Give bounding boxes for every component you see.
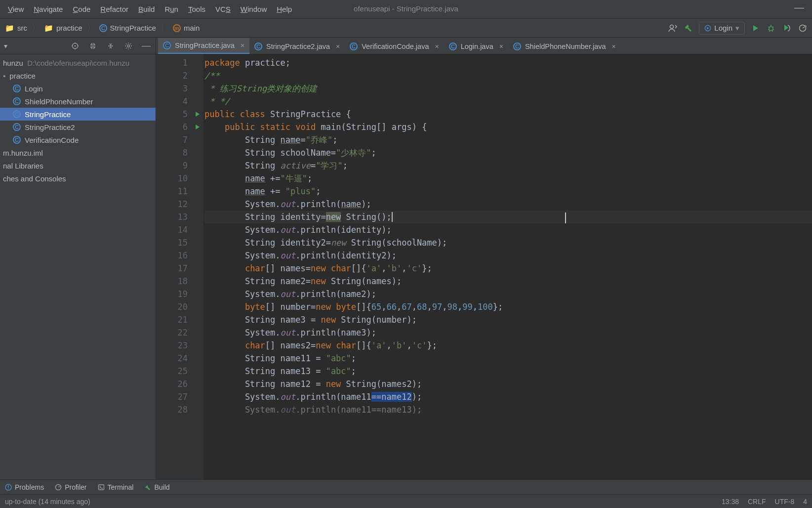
- breadcrumb-item[interactable]: 📁src: [3, 23, 29, 34]
- menu-build[interactable]: Build: [133, 3, 160, 15]
- tree-item[interactable]: ches and Consoles: [0, 172, 156, 185]
- run-coverage-icon[interactable]: [781, 23, 792, 34]
- status-encoding[interactable]: UTF-8: [775, 498, 795, 506]
- breadcrumb-separator: 〉: [161, 24, 168, 33]
- breadcrumb-item[interactable]: CStringPractice: [97, 23, 158, 33]
- code-line[interactable]: String identity=new String();: [204, 211, 812, 223]
- svg-text:C: C: [451, 43, 455, 49]
- menu-vcs[interactable]: VCS: [210, 3, 236, 15]
- code-line[interactable]: char[] names2=new char[]{'a','b','c'};: [204, 339, 812, 352]
- tree-item-stringpractice[interactable]: CStringPractice: [0, 108, 156, 121]
- code-line[interactable]: System.out.println(identity);: [204, 223, 812, 236]
- run-config-selector[interactable]: Login ▾: [699, 22, 745, 35]
- code-line[interactable]: name +="牛逼";: [204, 172, 812, 185]
- window-minimize-button[interactable]: —: [793, 5, 805, 10]
- close-icon[interactable]: ×: [612, 42, 616, 50]
- code-line[interactable]: String name="乔峰";: [204, 133, 812, 146]
- tree-item-shieldphonenumber[interactable]: CShieldPhoneNumber: [0, 95, 156, 108]
- nav-bar: 📁src〉📁practice〉CStringPractice〉mmain Log…: [0, 19, 812, 38]
- code-line[interactable]: public static void main(String[] args) {: [204, 121, 812, 133]
- select-opened-file-icon[interactable]: [70, 41, 81, 51]
- menu-tools[interactable]: Tools: [183, 3, 210, 15]
- chevron-down-icon[interactable]: ▾: [4, 42, 7, 50]
- status-caret[interactable]: 13:38: [722, 498, 739, 506]
- code-line[interactable]: String name2=new String(names);: [204, 275, 812, 288]
- code-line[interactable]: public class StringPractice {: [204, 108, 812, 121]
- menu-window[interactable]: Window: [236, 3, 272, 15]
- expand-all-icon[interactable]: [87, 41, 98, 51]
- code-line[interactable]: String name3 = new String(number);: [204, 313, 812, 326]
- code-line[interactable]: System.out.println(identity2);: [204, 249, 812, 262]
- code-line[interactable]: System.out.println(name11==name13);: [204, 403, 812, 416]
- gear-icon[interactable]: [123, 41, 134, 51]
- collapse-all-icon[interactable]: [105, 41, 116, 51]
- debug-icon[interactable]: [766, 23, 776, 34]
- code-line[interactable]: String name13 = "abc";: [204, 365, 812, 378]
- code-line[interactable]: System.out.println(name3);: [204, 326, 812, 339]
- tool-profiler[interactable]: Profiler: [55, 483, 86, 491]
- menu-refactor[interactable]: Refactor: [95, 3, 133, 15]
- editor-tab[interactable]: CVerificationCode.java×: [345, 39, 444, 54]
- code-line[interactable]: char[] names=new char[]{'a','b','c'};: [204, 262, 812, 275]
- code-line[interactable]: String identity2=new String(schoolName);: [204, 236, 812, 249]
- account-icon[interactable]: [667, 23, 678, 34]
- code-line[interactable]: String name11 = "abc";: [204, 352, 812, 365]
- package-icon: ▪: [3, 72, 5, 80]
- line-gutter[interactable]: 1234567891011121314151617181920212223242…: [156, 54, 192, 479]
- code-line[interactable]: package practice;: [204, 56, 812, 69]
- code-line[interactable]: * */: [204, 95, 812, 108]
- tool-terminal[interactable]: Terminal: [98, 483, 134, 491]
- code-line[interactable]: * 练习String类对象的创建: [204, 82, 812, 95]
- breadcrumb-item[interactable]: 📁practice: [42, 23, 84, 34]
- class-icon: C: [350, 42, 358, 50]
- code-line[interactable]: byte[] number=new byte[]{65,66,67,68,97,…: [204, 300, 812, 313]
- tool-problems[interactable]: Problems: [5, 483, 44, 491]
- editor-tab[interactable]: CShieldPhoneNumber.java×: [508, 39, 621, 54]
- close-icon[interactable]: ×: [435, 42, 439, 50]
- code-line[interactable]: String name12 = new String(names2);: [204, 378, 812, 390]
- tree-item-practice[interactable]: ▪practice: [0, 69, 156, 82]
- breadcrumb-separator: 〉: [32, 24, 39, 33]
- tool-build[interactable]: Build: [144, 483, 169, 491]
- code-line[interactable]: System.out.println(name11==name12);: [204, 390, 812, 403]
- status-indent[interactable]: 4: [803, 498, 807, 506]
- svg-rect-33: [98, 485, 104, 490]
- run-gutter[interactable]: [192, 54, 203, 479]
- tree-item[interactable]: m.hunzu.iml: [0, 146, 156, 159]
- svg-text:C: C: [15, 124, 19, 130]
- menu-view[interactable]: View: [3, 3, 29, 15]
- code-line[interactable]: /**: [204, 69, 812, 82]
- status-line-separator[interactable]: CRLF: [748, 498, 766, 506]
- code-line[interactable]: String schoolName="少林寺";: [204, 146, 812, 159]
- close-icon[interactable]: ×: [336, 42, 340, 50]
- code-line[interactable]: System.out.println(name2);: [204, 288, 812, 300]
- tree-item-login[interactable]: CLogin: [0, 82, 156, 95]
- editor-tab[interactable]: CLogin.java×: [444, 39, 508, 54]
- project-root[interactable]: hunzu D:\code\ofenuseapi\com.hunzu: [0, 56, 156, 69]
- editor-tab[interactable]: CStringPractice2.java×: [249, 39, 345, 54]
- menu-code[interactable]: Code: [68, 3, 95, 15]
- tree-item-verificationcode[interactable]: CVerificationCode: [0, 133, 156, 146]
- svg-point-10: [127, 44, 130, 47]
- class-icon: C: [513, 42, 521, 50]
- editor-tab[interactable]: CStringPractice.java×: [158, 38, 249, 54]
- class-icon: C: [163, 42, 171, 49]
- profile-icon[interactable]: [797, 23, 808, 34]
- breadcrumb-separator: 〉: [87, 24, 94, 33]
- close-icon[interactable]: ×: [499, 42, 503, 50]
- close-icon[interactable]: ×: [241, 42, 244, 49]
- menu-run[interactable]: Run: [160, 3, 183, 15]
- code-line[interactable]: name += "plus";: [204, 185, 812, 198]
- code-line[interactable]: String active="学习";: [204, 159, 812, 172]
- run-icon[interactable]: [750, 23, 761, 34]
- breadcrumb[interactable]: 📁src〉📁practice〉CStringPractice〉mmain: [3, 23, 202, 34]
- hide-icon[interactable]: —: [141, 41, 152, 51]
- code-editor[interactable]: 1234567891011121314151617181920212223242…: [156, 54, 812, 479]
- menu-navigate[interactable]: Navigate: [29, 3, 68, 15]
- breadcrumb-item[interactable]: mmain: [171, 23, 202, 33]
- build-hammer-icon[interactable]: [683, 23, 694, 34]
- code-line[interactable]: System.out.println(name);: [204, 198, 812, 211]
- tree-item[interactable]: nal Libraries: [0, 159, 156, 172]
- menu-help[interactable]: Help: [272, 3, 297, 15]
- tree-item-stringpractice2[interactable]: CStringPractice2: [0, 121, 156, 133]
